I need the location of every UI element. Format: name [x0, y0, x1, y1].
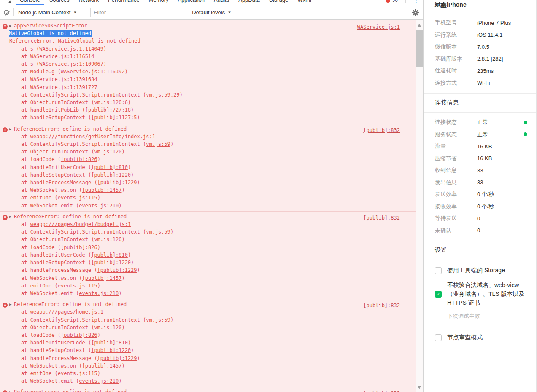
stack-source-link[interactable]: vm.js:59 — [146, 141, 170, 147]
stack-source-link[interactable]: events.js:115 — [58, 283, 97, 289]
stack-source-link[interactable]: weapp:///pages/home.js:1 — [30, 309, 103, 315]
context-selector-label: Node.js Main Context — [18, 9, 70, 16]
scroll-up-icon[interactable] — [418, 24, 421, 27]
info-value: 0 — [477, 215, 529, 222]
stack-text: ) — [121, 236, 124, 242]
stack-source-link[interactable]: [publib]:810 — [91, 340, 128, 346]
settings-list: 使用工具端的 Storage✓不校验合法域名、web-view（业务域名）、TL… — [435, 260, 529, 354]
checkbox[interactable]: ✓ — [435, 291, 442, 298]
stack-source-link[interactable]: [publib]:1229 — [97, 267, 137, 273]
source-link[interactable]: [publib]:832 — [363, 302, 400, 309]
info-row: 连接方式Wi-Fi — [435, 77, 529, 89]
stack-source-link[interactable]: events.js:210 — [79, 203, 119, 209]
filter-input[interactable] — [90, 8, 186, 17]
info-value: 0 — [477, 227, 529, 234]
stack-text: at emitOne ( — [21, 283, 58, 289]
stack-source-link[interactable]: events.js:115 — [58, 371, 97, 376]
stack-text: at s (WAService.js:1:114049) — [21, 46, 106, 52]
checkbox[interactable] — [435, 267, 442, 274]
inspect-element-button[interactable] — [0, 0, 15, 5]
stack-text: ) — [137, 267, 140, 273]
stack-source-link[interactable]: vm.js:59 — [146, 317, 170, 323]
info-value: 正常 — [477, 118, 524, 126]
context-selector[interactable]: Node.js Main Context ▼ — [18, 9, 77, 16]
log-levels-selector[interactable]: Default levels ▼ — [192, 9, 231, 16]
tab-network[interactable]: Network — [74, 0, 103, 5]
tab-performance[interactable]: Performance — [103, 0, 144, 5]
console-line: at WebSocket.ws.on ([publib]:1457) — [0, 362, 416, 370]
stack-source-link[interactable]: [publib]:826 — [61, 244, 97, 250]
checkbox[interactable] — [435, 334, 442, 341]
expand-triangle-icon[interactable]: ▶ — [9, 388, 11, 392]
expand-triangle-icon[interactable]: ▶ — [9, 301, 11, 308]
tab-audits[interactable]: Audits — [209, 0, 234, 5]
stack-source-link[interactable]: weapp:///pages/budget/budget.js:1 — [30, 221, 131, 227]
info-row: 压缩节省16 KB — [435, 153, 529, 165]
stack-text: at WebSocket.ws.on ( — [21, 363, 82, 369]
stack-text: at emitOne ( — [21, 195, 58, 201]
stack-text: at handleSetupContext ( — [21, 260, 91, 266]
stack-source-link[interactable]: [publib]:1229 — [97, 180, 137, 185]
tab-memory[interactable]: Memory — [144, 0, 173, 5]
error-header: ✕▶ReferenceError: define is not defined[… — [0, 388, 416, 392]
console-line: at loadCode ([publib]:826) — [0, 244, 416, 251]
tab-wxml[interactable]: Wxml — [293, 0, 316, 5]
stack-source-link[interactable]: [publib]:1229 — [97, 355, 137, 361]
source-link[interactable]: WAService.js:1 — [357, 23, 400, 31]
tab-application[interactable]: Application — [173, 0, 209, 5]
stack-source-link[interactable]: [publib]:1457 — [82, 187, 122, 193]
console-line: at handleInitUserCode ([publib]:810) — [0, 339, 416, 346]
console-scrollbar[interactable] — [416, 20, 423, 392]
stack-source-link[interactable]: [publib]:1220 — [91, 172, 131, 178]
stack-source-link[interactable]: [publib]:1220 — [91, 260, 131, 266]
info-row: 往返耗时235ms — [435, 65, 529, 77]
stack-source-link[interactable]: [publib]:810 — [91, 252, 128, 258]
stack-source-link[interactable]: [publib]:826 — [61, 332, 97, 338]
stack-source-link[interactable]: vm.js:120 — [94, 325, 121, 330]
stack-text: at WebSocket.emit ( — [21, 203, 79, 209]
source-link[interactable]: [publib]:832 — [363, 214, 400, 222]
stack-source-link[interactable]: [publib]:1457 — [82, 363, 122, 369]
settings-label[interactable]: 使用工具端的 Storage — [447, 266, 505, 275]
expand-triangle-icon[interactable]: ▶ — [9, 125, 11, 133]
info-row: 收到信息33 — [435, 164, 529, 177]
stack-source-link[interactable]: [publib]:1457 — [82, 275, 122, 281]
stack-text: at handleInitUserCode ( — [21, 252, 91, 258]
settings-label[interactable]: 不校验合法域名、web-view（业务域名）、TLS 版本以及 HTTPS 证书 — [447, 281, 529, 307]
stack-source-link[interactable]: [publib]:826 — [61, 156, 97, 162]
stack-text: ) — [170, 229, 173, 235]
stack-source-link[interactable]: vm.js:59 — [146, 229, 170, 235]
clear-console-icon[interactable] — [4, 10, 9, 15]
info-label: 连接状态 — [435, 118, 477, 126]
info-value: 正常 — [477, 131, 524, 138]
error-count-badge[interactable]: 90 — [386, 0, 402, 3]
tab-sources[interactable]: Sources — [45, 0, 74, 5]
stack-source-link[interactable]: weapp:///functions/getUserInfo/index.js:… — [30, 134, 155, 140]
device-name: 斌鑫iPhone — [435, 0, 529, 13]
info-row: 未确认0 — [435, 225, 529, 237]
stack-source-link[interactable]: vm.js:120 — [94, 149, 121, 155]
source-link[interactable]: [publib]:832 — [363, 126, 400, 134]
source-link[interactable]: [publib]:832 — [363, 389, 400, 392]
info-label: 发出信息 — [435, 179, 477, 186]
stack-source-link[interactable]: vm.js:120 — [94, 236, 121, 242]
stack-source-link[interactable]: events.js:210 — [79, 378, 119, 384]
scrollbar-thumb[interactable] — [416, 30, 423, 67]
tab-console[interactable]: Console — [15, 0, 45, 5]
expand-triangle-icon[interactable]: ▶ — [9, 22, 11, 30]
scroll-down-icon[interactable] — [418, 386, 421, 389]
stack-source-link[interactable]: events.js:115 — [58, 195, 97, 201]
settings-label[interactable]: 节点审查模式 — [447, 333, 483, 342]
info-label: 服务状态 — [435, 131, 477, 138]
info-value: Wi-Fi — [477, 80, 529, 86]
tab-storage[interactable]: Storage — [264, 0, 293, 5]
gear-icon[interactable] — [412, 9, 419, 16]
stack-source-link[interactable]: [publib]:810 — [91, 164, 128, 170]
stack-source-link[interactable]: events.js:210 — [79, 290, 119, 296]
stack-source-link[interactable]: [publib]:1220 — [91, 347, 131, 353]
stack-text: ) — [97, 283, 100, 289]
more-menu-icon[interactable]: ⋮ — [409, 0, 423, 3]
tab-appdata[interactable]: AppData — [234, 0, 264, 5]
expand-triangle-icon[interactable]: ▶ — [9, 213, 11, 220]
console-error-block: ✕▶ReferenceError: define is not defined[… — [0, 124, 416, 212]
